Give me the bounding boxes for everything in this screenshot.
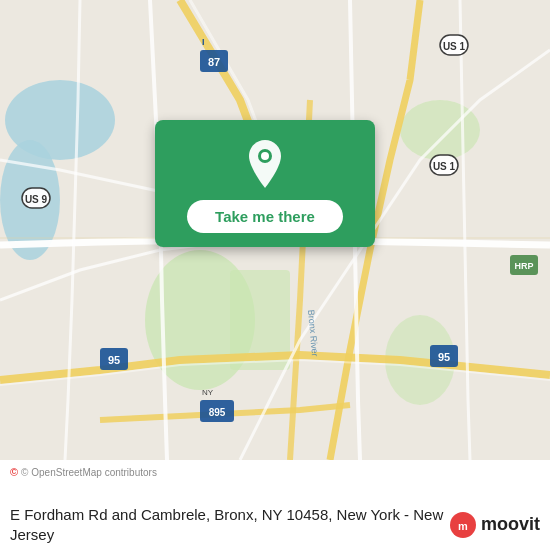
svg-text:US 9: US 9 <box>25 194 48 205</box>
address-text: E Fordham Rd and Cambrele, Bronx, NY 104… <box>10 505 449 544</box>
svg-text:US 1: US 1 <box>433 161 456 172</box>
moovit-logo: m moovit <box>449 511 540 539</box>
svg-text:US 1: US 1 <box>443 41 466 52</box>
footer-bottom: E Fordham Rd and Cambrele, Bronx, NY 104… <box>10 505 540 544</box>
app-container: 87 I US 1 US 1 US 9 95 95 895 NY HRP <box>0 0 550 550</box>
osm-logo: © <box>10 466 18 478</box>
footer: © © OpenStreetMap contributors E Fordham… <box>0 460 550 550</box>
map-area: 87 I US 1 US 1 US 9 95 95 895 NY HRP <box>0 0 550 460</box>
svg-point-27 <box>261 152 269 160</box>
osm-credit-text: © OpenStreetMap contributors <box>21 467 157 478</box>
moovit-label: moovit <box>481 514 540 535</box>
svg-text:I: I <box>202 37 205 47</box>
osm-credit: © © OpenStreetMap contributors <box>10 466 540 478</box>
svg-point-5 <box>400 100 480 160</box>
location-pin-icon <box>243 138 287 190</box>
moovit-icon: m <box>449 511 477 539</box>
svg-text:95: 95 <box>108 354 120 366</box>
svg-text:HRP: HRP <box>514 261 533 271</box>
svg-text:87: 87 <box>208 56 220 68</box>
take-me-button[interactable]: Take me there <box>187 200 343 233</box>
take-me-card: Take me there <box>155 120 375 247</box>
svg-text:m: m <box>458 520 468 532</box>
svg-text:95: 95 <box>438 351 450 363</box>
svg-text:NY: NY <box>202 388 214 397</box>
svg-text:895: 895 <box>209 407 226 418</box>
